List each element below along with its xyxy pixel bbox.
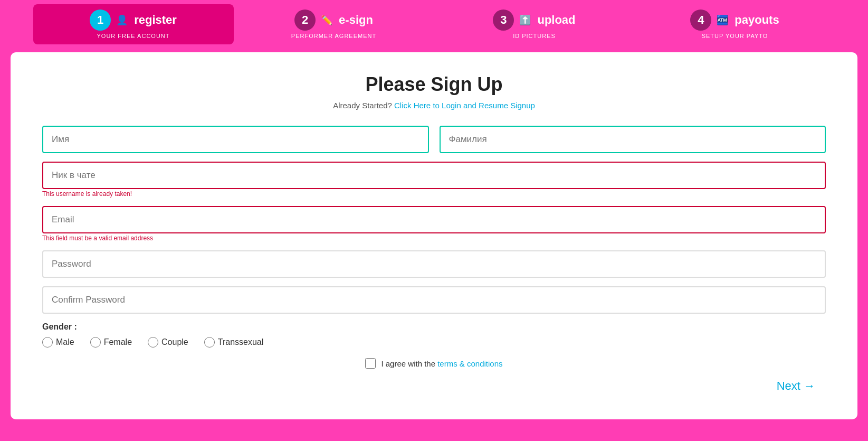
next-row: Next →	[42, 379, 826, 393]
step-1-register[interactable]: 1 👤 register YOUR FREE ACCOUNT	[33, 4, 234, 44]
gender-male[interactable]: Male	[42, 337, 74, 348]
username-input[interactable]	[42, 162, 826, 189]
gender-female-label: Female	[104, 337, 132, 347]
step-1-sublabel: YOUR FREE ACCOUNT	[97, 33, 169, 39]
gender-male-radio[interactable]	[42, 337, 53, 348]
step-4-label: payouts	[735, 13, 779, 27]
step-4-number: 4	[690, 10, 711, 31]
gender-couple[interactable]: Couple	[148, 337, 188, 348]
password-wrapper	[42, 250, 826, 278]
step-2-number: 2	[294, 10, 316, 31]
first-name-field	[42, 126, 429, 153]
first-name-input[interactable]	[42, 126, 429, 153]
email-wrapper: This field must be a valid email address	[42, 206, 826, 242]
confirm-password-wrapper	[42, 286, 826, 314]
step-1-number: 1	[90, 10, 111, 31]
username-wrapper: This username is already taken!	[42, 162, 826, 198]
last-name-input[interactable]	[440, 126, 826, 153]
gender-transsexual-radio[interactable]	[204, 337, 215, 348]
terms-link[interactable]: terms & conditions	[437, 359, 502, 368]
step-3-sublabel: ID PICTURES	[513, 33, 556, 39]
gender-label: Gender :	[42, 322, 826, 332]
gender-transsexual-label: Transsexual	[218, 337, 264, 347]
gender-transsexual[interactable]: Transsexual	[204, 337, 264, 348]
step-2-esign[interactable]: 2 ✏️ e-sign PERFORMER AGREEMENT	[234, 4, 434, 44]
gender-male-label: Male	[56, 337, 74, 347]
step-2-icon: ✏️	[321, 14, 332, 26]
main-form-container: Please Sign Up Already Started? Click He…	[11, 52, 857, 419]
terms-row: I agree with the terms & conditions	[42, 358, 826, 369]
gender-section: Gender : Male Female Couple Transsexual	[42, 322, 826, 348]
name-row	[42, 126, 826, 153]
gender-options: Male Female Couple Transsexual	[42, 337, 826, 348]
step-4-sublabel: SETUP YOUR PAYTO	[702, 33, 768, 39]
form-title: Please Sign Up	[42, 73, 826, 96]
terms-checkbox[interactable]	[365, 358, 376, 369]
username-error: This username is already taken!	[42, 190, 826, 198]
step-1-label: register	[134, 13, 177, 27]
gender-couple-radio[interactable]	[148, 337, 158, 348]
step-4-payouts[interactable]: 4 🏧 payouts SETUP YOUR PAYTO	[635, 4, 835, 44]
steps-bar: 1 👤 register YOUR FREE ACCOUNT 2 ✏️ e-si…	[0, 0, 868, 44]
confirm-password-input[interactable]	[42, 286, 826, 314]
terms-label[interactable]: I agree with the terms & conditions	[381, 359, 502, 368]
terms-static: I agree with the	[381, 359, 435, 368]
step-2-sublabel: PERFORMER AGREEMENT	[291, 33, 376, 39]
step-2-label: e-sign	[339, 13, 373, 27]
login-resume-link[interactable]: Click Here to Login and Resume Signup	[394, 101, 535, 110]
gender-female-radio[interactable]	[90, 337, 101, 348]
step-3-icon: ⬆️	[519, 14, 531, 26]
password-input[interactable]	[42, 250, 826, 278]
email-error: This field must be a valid email address	[42, 234, 826, 242]
form-subtitle: Already Started? Click Here to Login and…	[42, 101, 826, 110]
step-4-icon: 🏧	[717, 14, 728, 26]
gender-female[interactable]: Female	[90, 337, 132, 348]
gender-couple-label: Couple	[161, 337, 188, 347]
email-input[interactable]	[42, 206, 826, 233]
last-name-field	[440, 126, 826, 153]
step-1-icon: 👤	[116, 14, 128, 26]
next-button[interactable]: Next →	[777, 379, 815, 393]
step-3-upload[interactable]: 3 ⬆️ upload ID PICTURES	[434, 4, 635, 44]
step-3-label: upload	[537, 13, 575, 27]
subtitle-static: Already Started?	[333, 101, 392, 110]
step-3-number: 3	[493, 10, 514, 31]
